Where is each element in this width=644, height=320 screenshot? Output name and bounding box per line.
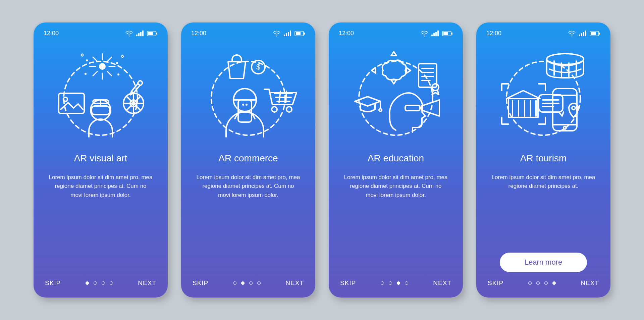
battery-icon: [442, 31, 453, 37]
status-icons: [273, 31, 305, 37]
page-dot-1[interactable]: [233, 281, 236, 285]
svg-point-76: [572, 36, 572, 36]
onboarding-footer: SKIP NEXT: [191, 276, 305, 289]
svg-line-14: [93, 57, 97, 61]
svg-point-57: [246, 104, 248, 106]
page-dot-1[interactable]: [528, 281, 532, 285]
skip-button[interactable]: SKIP: [45, 279, 61, 287]
svg-rect-43: [296, 32, 301, 35]
page-dot-2[interactable]: [536, 281, 540, 285]
svg-rect-39: [288, 32, 289, 36]
signal-icon: [136, 31, 144, 37]
svg-rect-3: [140, 32, 142, 36]
svg-rect-6: [156, 33, 157, 35]
svg-point-58: [424, 36, 425, 36]
signal-icon: [579, 31, 586, 37]
svg-rect-61: [435, 32, 437, 36]
next-button[interactable]: NEXT: [433, 279, 451, 287]
svg-rect-64: [451, 33, 452, 35]
screen-title: AR education: [339, 153, 453, 164]
screen-description: Lorem ipsum dolor sit dim amet pro, mea …: [191, 173, 305, 200]
svg-point-56: [242, 104, 244, 106]
skip-button[interactable]: SKIP: [340, 279, 356, 287]
next-button[interactable]: NEXT: [285, 279, 304, 287]
ar-visual-art-illustration: [44, 46, 158, 147]
status-icons: [421, 31, 453, 37]
page-dot-3[interactable]: [249, 281, 253, 285]
svg-point-19: [116, 62, 118, 64]
skip-button[interactable]: SKIP: [193, 279, 208, 287]
status-icons: [125, 31, 158, 37]
svg-point-100: [564, 126, 566, 129]
battery-icon: [294, 31, 305, 37]
svg-rect-2: [138, 33, 140, 36]
svg-rect-75: [405, 105, 420, 111]
svg-point-0: [129, 36, 129, 36]
svg-rect-77: [579, 35, 580, 36]
svg-text:$: $: [256, 63, 260, 71]
page-dot-4[interactable]: [110, 281, 113, 285]
onboarding-screen-1: 12:00: [34, 22, 168, 298]
svg-rect-59: [431, 35, 433, 36]
wifi-icon: [273, 31, 280, 37]
learn-more-button[interactable]: Learn more: [500, 253, 587, 272]
onboarding-footer: SKIP NEXT: [486, 276, 600, 289]
svg-line-15: [107, 57, 112, 61]
skip-button[interactable]: SKIP: [488, 279, 503, 287]
page-dot-2[interactable]: [389, 281, 392, 285]
screen-description: Lorem ipsum dolor sit dim amet pro, mea …: [486, 173, 600, 191]
svg-rect-82: [599, 33, 600, 35]
onboarding-screen-3: 12:00: [329, 22, 463, 298]
wifi-icon: [568, 31, 576, 37]
page-dot-3[interactable]: [544, 281, 548, 285]
next-button[interactable]: NEXT: [581, 279, 599, 287]
svg-point-18: [86, 59, 88, 61]
wifi-icon: [125, 31, 133, 37]
svg-rect-1: [136, 35, 138, 36]
signal-icon: [431, 31, 439, 37]
svg-rect-62: [437, 31, 439, 36]
screen-title: AR commerce: [191, 153, 305, 164]
svg-point-74: [379, 109, 382, 111]
svg-point-44: [211, 61, 285, 135]
page-dot-3[interactable]: [102, 281, 105, 285]
page-dot-4[interactable]: [257, 281, 261, 285]
screen-description: Lorem ipsum dolor sit dim amet pro, mea …: [339, 173, 453, 200]
svg-rect-60: [433, 33, 435, 36]
svg-rect-4: [142, 31, 144, 36]
page-indicator: [528, 281, 556, 285]
svg-line-17: [107, 71, 112, 76]
onboarding-screen-2: 12:00 $: [181, 22, 315, 298]
ar-tourism-illustration: [486, 46, 600, 147]
screen-description: Lorem ipsum dolor sit dim amet pro, mea …: [44, 173, 158, 200]
svg-point-23: [63, 97, 67, 101]
page-dot-1[interactable]: [86, 281, 89, 285]
status-bar: 12:00: [486, 30, 600, 37]
svg-line-16: [93, 71, 97, 76]
signal-icon: [284, 31, 291, 37]
svg-point-36: [276, 36, 277, 36]
svg-rect-22: [59, 93, 84, 113]
svg-point-105: [572, 106, 575, 110]
svg-rect-65: [443, 32, 448, 35]
next-button[interactable]: NEXT: [138, 279, 156, 287]
page-dot-2[interactable]: [241, 281, 245, 285]
status-time: 12:00: [339, 30, 354, 37]
svg-rect-42: [304, 33, 305, 35]
onboarding-screen-4: 12:00: [476, 22, 610, 298]
svg-rect-31: [137, 80, 143, 86]
page-dot-4[interactable]: [552, 281, 556, 285]
svg-rect-80: [585, 31, 586, 36]
svg-point-9: [99, 63, 106, 70]
page-dot-4[interactable]: [405, 281, 408, 285]
status-bar: 12:00: [339, 30, 453, 37]
svg-rect-7: [148, 32, 153, 35]
battery-icon: [590, 31, 600, 37]
onboarding-footer: SKIP NEXT: [44, 276, 158, 289]
page-dot-2[interactable]: [94, 281, 97, 285]
svg-point-20: [117, 73, 119, 75]
page-dot-3[interactable]: [397, 281, 400, 285]
status-time: 12:00: [191, 30, 206, 37]
page-dot-1[interactable]: [381, 281, 384, 285]
svg-point-47: [272, 107, 277, 112]
